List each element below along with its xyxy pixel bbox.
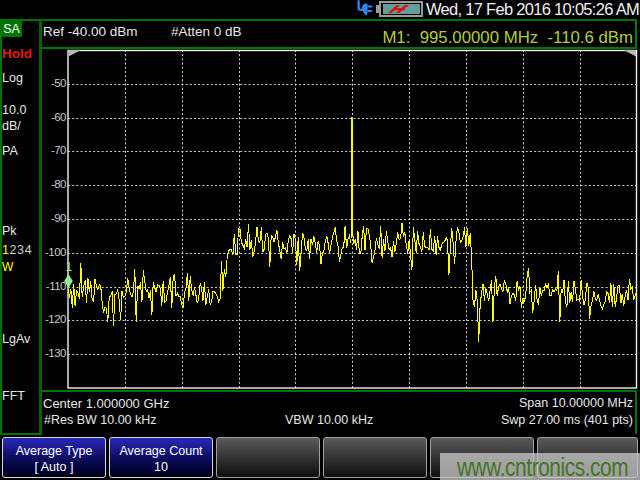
svg-text:1: 1 [66,260,73,274]
